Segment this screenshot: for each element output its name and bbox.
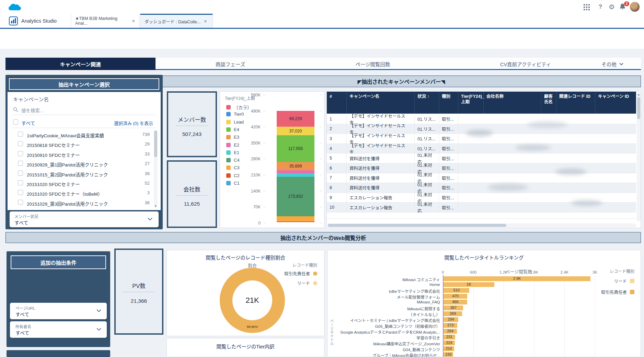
stacked-segment-（カラ）[interactable]: 69,229	[277, 111, 314, 127]
stacked-segment-Lead[interactable]: 37,020	[277, 127, 314, 135]
legend-item[interactable]: C1	[226, 181, 240, 186]
ranking-bar[interactable]: 231	[444, 335, 455, 339]
gridline	[595, 275, 595, 357]
campaign-checkbox[interactable]	[18, 141, 23, 146]
campaign-list-item[interactable]: 20151029_第3回Pardot活用クリニック36	[8, 198, 152, 208]
stacked-segment-E1[interactable]	[277, 173, 314, 177]
legend-item[interactable]: C4	[226, 158, 240, 163]
campaign-list-item[interactable]: 20151020 SFDCセミナー52	[8, 178, 152, 188]
ranking-bar[interactable]: 193	[444, 352, 453, 357]
ranking-bar[interactable]: 294	[444, 317, 458, 322]
table-horizontal-scrollbar[interactable]	[327, 223, 636, 227]
campaign-list-item[interactable]: 20151020 SFDCセミナー（toBeM）3	[8, 188, 152, 198]
legend-item[interactable]: 取引先責任者	[284, 270, 317, 277]
legend-swatch	[630, 290, 634, 294]
scrollbar-thumb[interactable]	[637, 97, 640, 119]
campaign-checkbox[interactable]	[18, 131, 23, 137]
notifications-bell-icon[interactable]: 2	[619, 3, 627, 11]
setup-gear-icon[interactable]: ⚙	[608, 3, 616, 11]
column-header-2[interactable]: 状況 ↑	[415, 92, 439, 114]
select-all-checkbox[interactable]	[13, 119, 18, 125]
help-icon[interactable]: ?	[597, 3, 604, 11]
column-header-5[interactable]: 会社名称	[484, 92, 541, 114]
tab-opportunity-phase[interactable]: 商談フェーズ	[193, 58, 268, 70]
tab-dashboard-datacollect[interactable]: ダッシュボード : DataColle... ×	[140, 14, 213, 28]
ranking-bar-value: 466	[444, 300, 467, 304]
ranking-bar[interactable]: 466	[444, 300, 467, 304]
stacked-bar[interactable]: 173,83235,689117,55537,02069,229	[277, 111, 314, 222]
column-header-1[interactable]: キャンペーン名	[347, 92, 415, 114]
select-all-label[interactable]: すべて	[21, 119, 35, 126]
tab-tbm-b2b-marketing[interactable]: ★TBM B2B Marketing Anal... ×	[71, 14, 139, 28]
campaign-checkbox[interactable]	[18, 180, 23, 185]
campaign-checkbox[interactable]	[18, 190, 23, 195]
legend-item[interactable]: リード	[614, 278, 634, 284]
column-header-4[interactable]: Tier(FY24)_上期	[458, 92, 484, 114]
stacked-segment-E2[interactable]	[277, 170, 314, 173]
ranking-bar-label: メール配信管理フォーム	[334, 294, 440, 300]
campaign-list-scrollbar[interactable]: ▼	[154, 130, 158, 208]
app-launcher-icon[interactable]	[583, 3, 590, 11]
legend-item[interactable]: Tier0	[226, 112, 244, 117]
tab-page-views[interactable]: ページ閲覧回数	[335, 58, 411, 70]
ranking-bar[interactable]: 224	[444, 341, 455, 345]
legend-item[interactable]: E2	[226, 142, 239, 148]
campaign-list-item[interactable]: 20150818 SFDCセミナー29	[8, 139, 152, 149]
column-header-8[interactable]: キャンペーン ID	[595, 92, 636, 114]
legend-item[interactable]: E3	[226, 135, 239, 140]
ranking-bar[interactable]: 264	[444, 329, 457, 334]
scrollbar-down-arrow[interactable]: ▼	[154, 205, 158, 208]
ranking-bar[interactable]: 369	[444, 311, 462, 316]
campaign-list-item[interactable]: 20150910 SFDCセミナー33	[8, 149, 152, 159]
scrollbar-thumb[interactable]	[328, 224, 506, 227]
stacked-segment-C2[interactable]	[277, 221, 314, 222]
ranking-bar[interactable]: 470	[444, 294, 467, 299]
campaign-checkbox[interactable]	[18, 151, 23, 156]
ranking-bar[interactable]: 210	[444, 346, 454, 351]
stacked-segment-C4[interactable]: 173,832	[277, 177, 314, 217]
campaign-list-item[interactable]: 20151015_第2回Pardot活用クリニック38	[8, 169, 152, 178]
page-url-dropdown[interactable]: ページURL すべて	[10, 303, 107, 319]
campaign-checkbox[interactable]	[18, 200, 23, 205]
ranking-bar[interactable]: 273	[444, 323, 457, 328]
column-header-7[interactable]: 関連レコード ID	[556, 92, 595, 114]
column-header-3[interactable]: 種別	[439, 92, 458, 114]
member-status-dropdown[interactable]: メンバー状況 すべて	[10, 211, 159, 227]
tab-campaign-related[interactable]: キャンペーン関連	[5, 58, 156, 70]
campaign-checkbox[interactable]	[18, 161, 23, 166]
column-header-6[interactable]: 顧客氏名	[541, 92, 556, 114]
ranking-bar[interactable]: 1K	[444, 282, 494, 287]
table-vertical-scrollbar[interactable]: ▲	[637, 92, 641, 221]
stacked-segment-E3[interactable]: 35,689	[277, 162, 314, 170]
tab-pre-cv-activity[interactable]: CV直前アクティビティ	[486, 58, 565, 70]
y-tick-label: 420K	[247, 125, 261, 129]
legend-item[interactable]: リード	[297, 280, 317, 286]
donut-chart[interactable]: 21K 99.96%	[220, 268, 285, 333]
search-input[interactable]: 値を検索...	[21, 107, 44, 114]
column-header-0[interactable]: #	[327, 92, 347, 114]
analytics-studio-home[interactable]: Analytics Studio	[4, 14, 61, 28]
stacked-segment-C3[interactable]	[277, 216, 314, 221]
campaign-list-item[interactable]: 20150929_第1回Pardot活用クリニック27	[8, 159, 152, 169]
close-tab-icon[interactable]: ×	[132, 18, 135, 24]
tab-others[interactable]: その他	[595, 58, 630, 70]
legend-item[interactable]: E4	[226, 127, 239, 132]
legend-item[interactable]: 取引先責任者	[601, 289, 634, 295]
scrollbar-thumb[interactable]	[154, 130, 157, 157]
scrollbar-up-arrow[interactable]: ▲	[637, 93, 641, 96]
legend-item[interactable]: C3	[226, 165, 240, 170]
ranking-bar[interactable]: 2.9K	[444, 276, 590, 281]
close-tab-icon[interactable]: ×	[204, 19, 207, 24]
owner-name-dropdown[interactable]: 所有者名 すべて	[10, 321, 107, 338]
legend-item[interactable]: Lead	[226, 119, 244, 125]
user-avatar[interactable]	[630, 2, 640, 12]
legend-item[interactable]: E1	[226, 150, 239, 155]
legend-item[interactable]: C2	[226, 173, 240, 178]
campaign-checkbox[interactable]	[18, 171, 23, 176]
show-selected-link[interactable]: 選択済み (0) を表示	[114, 120, 153, 126]
campaign-list-item[interactable]: 1stPartyCookie_MAnavi会員支援実績739	[8, 130, 152, 139]
ranking-bar[interactable]: 510	[444, 288, 469, 293]
ranking-bar[interactable]: 387	[444, 306, 463, 310]
stacked-segment-E4[interactable]: 117,555	[277, 135, 314, 162]
salesforce-logo-icon[interactable]	[8, 2, 22, 12]
